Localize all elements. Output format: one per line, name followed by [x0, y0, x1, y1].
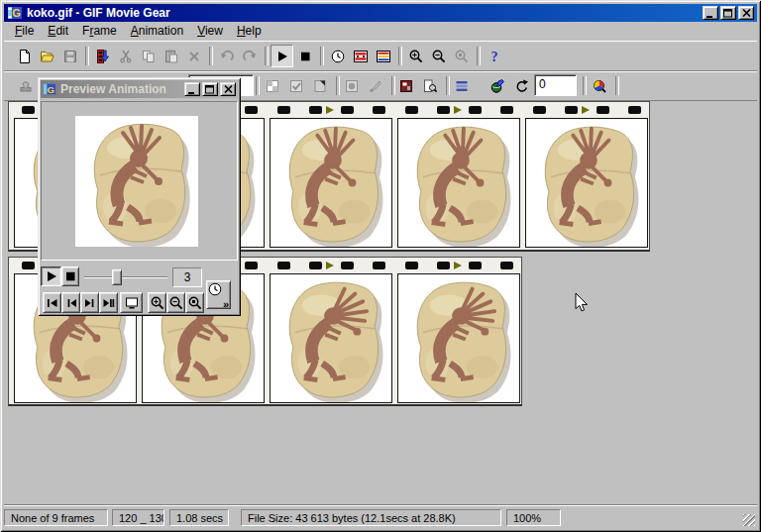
play-button[interactable] — [271, 45, 293, 67]
preview-zoom-actual-button[interactable] — [185, 292, 204, 313]
copy-button[interactable] — [137, 45, 160, 67]
page-corner-button[interactable] — [308, 74, 331, 97]
cut-button[interactable] — [114, 45, 137, 67]
optimize-check-button[interactable] — [284, 74, 307, 97]
preview-maximize-button[interactable] — [202, 82, 218, 96]
stamp-button[interactable] — [14, 74, 37, 97]
filmstrip-single-button[interactable] — [349, 45, 372, 67]
main-toolbar: ? — [4, 41, 757, 70]
preview-window-icon: G — [43, 82, 56, 96]
sprocket-hole — [277, 106, 290, 114]
zoom-out-button[interactable] — [427, 45, 450, 67]
next-frame-button[interactable] — [80, 292, 99, 313]
zoom-actual-button[interactable] — [450, 45, 473, 67]
preview-minimize-button[interactable] — [184, 82, 200, 96]
minimize-button[interactable] — [703, 6, 718, 20]
status-file-size: File Size: 43 613 bytes (12.1secs at 28.… — [241, 509, 501, 526]
app-icon: G — [7, 5, 23, 21]
preview-close-button[interactable] — [220, 82, 236, 96]
cut-scissors-icon — [118, 49, 134, 64]
crop-size-button[interactable] — [394, 74, 417, 97]
magnifier-actual-dark-icon — [187, 295, 203, 311]
stamp-icon — [18, 78, 34, 94]
sprocket-marker-icon — [326, 262, 334, 269]
status-zoom-level: 100% — [506, 509, 561, 526]
delete-button[interactable] — [182, 45, 205, 67]
menu-bar: FileEditFrameAnimationViewHelp — [4, 22, 757, 41]
globe-edit-icon — [489, 78, 505, 94]
close-button[interactable] — [738, 6, 754, 20]
frame-thumbnail-4[interactable] — [397, 118, 520, 248]
page-corner-icon — [312, 78, 328, 94]
menu-file[interactable]: File — [8, 22, 41, 41]
status-dimensions: 120 _ 130 — [112, 509, 164, 526]
sprocket-hole — [341, 262, 354, 269]
globe-edit-button[interactable] — [486, 74, 508, 97]
open-button[interactable] — [36, 45, 58, 67]
fullscreen-button[interactable] — [120, 292, 143, 313]
zoom-in-button[interactable] — [404, 45, 427, 67]
timing-options-button[interactable]: » — [206, 280, 231, 309]
status-divider — [4, 504, 757, 506]
filmstrip-colors-icon — [376, 49, 391, 64]
frame-thumbnail-3[interactable] — [270, 118, 392, 248]
redo-arrow-icon — [242, 49, 258, 64]
sprocket-hole — [565, 106, 578, 114]
frame-timing-button[interactable] — [326, 45, 349, 67]
magnifier-actual-icon — [454, 49, 470, 64]
last-frame-button[interactable] — [99, 292, 118, 313]
frame-list-button[interactable] — [450, 74, 473, 97]
preview-titlebar[interactable]: G Preview Animation — [41, 80, 238, 98]
frame-thumbnail-5[interactable] — [525, 118, 648, 248]
preview-animation-window: G Preview Animation 3 » — [38, 77, 241, 316]
preview-stop-button[interactable] — [61, 266, 79, 286]
insert-frames-icon — [95, 49, 111, 64]
menu-animation[interactable]: Animation — [124, 22, 190, 41]
loop-button[interactable] — [510, 74, 533, 97]
insert-frames-button[interactable] — [91, 45, 114, 67]
sprocket-hole — [500, 106, 513, 114]
paste-button[interactable] — [160, 45, 182, 67]
menu-edit[interactable]: Edit — [41, 22, 75, 41]
first-frame-button[interactable] — [43, 292, 61, 313]
palette-view-button[interactable] — [588, 74, 610, 97]
sprocket-hole — [628, 106, 641, 114]
slider-thumb[interactable] — [112, 269, 122, 285]
new-button[interactable] — [13, 45, 36, 67]
sprocket-marker-icon — [454, 262, 462, 269]
transparency-button[interactable] — [261, 74, 283, 97]
undo-button[interactable] — [215, 45, 238, 67]
loop-count-field[interactable]: 0 — [534, 74, 577, 96]
window-titlebar[interactable]: G koko.gif - GIF Movie Gear — [4, 4, 757, 22]
magnifier-plus-icon — [408, 49, 424, 64]
menu-frame[interactable]: Frame — [75, 22, 124, 41]
nav-next-icon — [82, 295, 98, 311]
resize-grip[interactable] — [743, 514, 755, 526]
nav-last-icon — [101, 295, 117, 311]
preview-zoom-in-button[interactable] — [148, 292, 166, 313]
frame-position-slider[interactable] — [82, 267, 169, 287]
help-button[interactable]: ? — [483, 45, 505, 67]
open-folder-icon — [40, 49, 55, 64]
preview-zoom-out-button[interactable] — [166, 292, 185, 313]
sprocket-hole — [469, 262, 482, 269]
maximize-button[interactable] — [720, 6, 736, 20]
paint-button[interactable] — [364, 74, 386, 97]
prev-frame-button[interactable] — [61, 292, 80, 313]
sprocket-hole — [245, 106, 258, 114]
filmstrip-all-button[interactable] — [372, 45, 394, 67]
menu-view[interactable]: View — [190, 22, 230, 41]
clock-icon — [207, 281, 223, 297]
save-button[interactable] — [58, 45, 81, 67]
current-frame-value: 3 — [172, 267, 202, 287]
preview-play-button[interactable] — [41, 266, 61, 286]
circle-crop-button[interactable] — [340, 74, 363, 97]
preview-zoom-button[interactable] — [418, 74, 441, 97]
sprocket-hole — [405, 106, 418, 114]
menu-help[interactable]: Help — [230, 22, 269, 41]
frame-thumbnail-8[interactable] — [270, 273, 392, 403]
stop-button[interactable] — [293, 45, 316, 67]
circle-crop-icon — [344, 78, 360, 94]
redo-button[interactable] — [238, 45, 261, 67]
frame-thumbnail-9[interactable] — [397, 273, 520, 403]
